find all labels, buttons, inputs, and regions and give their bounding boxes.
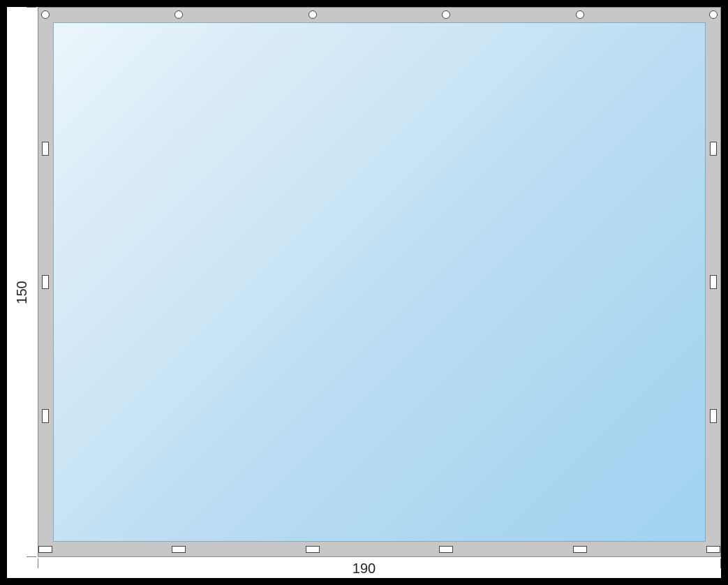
dim-tick	[27, 556, 36, 557]
grommet-top	[576, 10, 584, 19]
grommet-left	[42, 142, 49, 156]
grommet-top	[709, 10, 718, 19]
grommet-bottom	[172, 546, 186, 553]
diagram-canvas: 150 190	[7, 7, 721, 578]
grommet-top	[174, 10, 183, 19]
grommet-top	[309, 10, 317, 19]
dimension-width-label: 190	[352, 561, 376, 577]
diagram-stage: 150 190	[0, 0, 728, 585]
dim-tick	[720, 558, 721, 568]
tarp	[38, 7, 721, 557]
grommet-right	[710, 142, 717, 156]
dim-tick	[27, 7, 36, 8]
grommet-layer	[38, 7, 721, 557]
grommet-right	[710, 409, 717, 423]
grommet-bottom	[573, 546, 587, 553]
grommet-bottom	[306, 546, 320, 553]
grommet-top	[41, 10, 50, 19]
grommet-bottom	[38, 546, 52, 553]
grommet-left	[42, 409, 49, 423]
dimension-height-label: 150	[14, 281, 30, 304]
grommet-bottom	[706, 546, 720, 553]
grommet-left	[42, 275, 49, 289]
dim-tick	[38, 558, 38, 568]
grommet-top	[442, 10, 450, 19]
grommet-right	[710, 275, 717, 289]
grommet-bottom	[439, 546, 453, 553]
